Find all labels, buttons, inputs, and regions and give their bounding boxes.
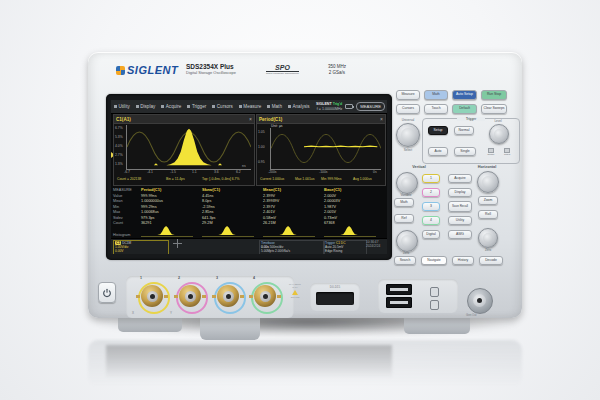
trend-xtick: 0s — [373, 170, 377, 174]
trigd-led: Trig'd — [500, 148, 514, 156]
input-warning: MAX INPUT CAT I 300Vrms — [284, 283, 306, 298]
channel2-button[interactable]: 2 — [422, 188, 440, 197]
histogram-window-titlebar[interactable]: C1(A1) × — [114, 115, 254, 124]
zoom-button[interactable]: Zoom — [478, 196, 498, 205]
siglent-logo-icon — [116, 66, 125, 75]
menu-analysis[interactable]: Analysis — [285, 100, 313, 113]
usb-port-1 — [386, 284, 412, 295]
trend-close-icon[interactable]: × — [380, 117, 383, 122]
channel4-button[interactable]: 4 — [422, 216, 440, 225]
hist-ytick: 2.7% — [115, 153, 123, 157]
timebase-box[interactable]: Timebase 0.00s 500ns/div 5.00Mpts 2.00GS… — [259, 240, 325, 254]
vertical-zero-label: Zero — [388, 251, 424, 255]
awg-button[interactable]: AWG — [448, 230, 472, 239]
clear-sweeps-button[interactable]: Clear Sweeps — [481, 104, 507, 114]
menu-cursors[interactable]: Cursors — [209, 100, 236, 113]
run-stop-button[interactable]: Run Stop — [481, 90, 507, 100]
horizontal-zero-label: Zero — [470, 248, 506, 252]
channel2-bnc — [176, 282, 204, 310]
menu-trigger[interactable]: Trigger — [184, 100, 209, 113]
warning-triangle-icon — [292, 290, 298, 295]
menu-utility[interactable]: Utility — [111, 100, 133, 113]
history-button[interactable]: History — [452, 256, 474, 265]
cursors-button[interactable]: Cursors — [396, 104, 420, 114]
touch-button[interactable]: Touch — [424, 104, 448, 114]
trigger-setup-button[interactable]: Setup — [428, 126, 448, 135]
menu-math[interactable]: Math — [264, 100, 285, 113]
trend-window[interactable]: Period(C1) × Unit: μs 1.05 1.00 0.95 -20… — [256, 114, 386, 186]
vertical-scale-knob[interactable] — [396, 230, 418, 252]
usb-port-2 — [386, 297, 412, 308]
trigger-box[interactable]: Trigger C1 DC Auto 20.5mV Edge Rising — [323, 240, 367, 254]
auto-setup-button[interactable]: Auto Setup — [452, 90, 477, 100]
status-logo: SIGLENT — [316, 102, 332, 106]
product-photo: SIGLENT SDS2354X Plus Digital Storage Os… — [0, 0, 600, 400]
histogram-plot — [126, 125, 251, 170]
ref-button[interactable]: Ref — [394, 214, 414, 223]
hist-ytick: 5.3% — [115, 135, 123, 139]
trend-window-title: Period(C1) — [259, 117, 282, 122]
ch1-number: 1 — [140, 276, 142, 280]
freq-counter: f = 1.00000MHz — [316, 107, 342, 111]
vertical-section-label: Vertical — [392, 165, 446, 169]
trend-current: Current 1.000us — [260, 177, 284, 181]
trend-min: Min 999.96ns — [321, 177, 341, 181]
acquire-button[interactable]: Acquire — [448, 174, 472, 183]
horizontal-position-knob[interactable] — [477, 171, 499, 193]
horizontal-scale-knob[interactable] — [478, 228, 498, 248]
utility-button[interactable]: Utility — [448, 216, 472, 225]
trend-window-titlebar[interactable]: Period(C1) × — [257, 115, 385, 124]
ch2-number: 2 — [178, 276, 180, 280]
roll-button[interactable]: Roll — [478, 210, 498, 219]
histogram-window[interactable]: C1(A1) × 6.7% 5.3% 4.0% 2.7% 1.3% -6.7 — [113, 114, 255, 186]
power-button[interactable] — [98, 282, 116, 303]
measure-button[interactable]: Measure — [396, 90, 420, 100]
measure-pill-button[interactable]: MEASURE — [356, 102, 385, 111]
model-number: SDS2354X Plus — [186, 63, 236, 70]
left-foot — [118, 316, 182, 332]
digital-button[interactable]: Digital — [422, 230, 440, 239]
model-block: SDS2354X Plus Digital Storage Oscillosco… — [186, 63, 236, 75]
channel1-button[interactable]: 1 — [422, 174, 440, 183]
trigger-single-button[interactable]: Single — [454, 147, 476, 156]
table-row: Value 999.99ns 4.45ns 2.399V 2.000V — [113, 193, 385, 199]
display: Utility Display Acquire Trigger Cursors … — [111, 100, 387, 254]
probe-comp-terminal-signal — [430, 287, 439, 297]
hist-ytick: 4.0% — [115, 144, 123, 148]
brand-logo: SIGLENT — [116, 64, 178, 76]
trigger-section-label: Trigger — [457, 117, 485, 121]
math-button-top[interactable]: Math — [424, 90, 448, 100]
trend-trace — [271, 128, 381, 169]
menu-measure[interactable]: Measure — [236, 100, 264, 113]
power-icon — [102, 288, 112, 298]
channel1-descriptor[interactable]: C1 DC1M 1.00V/div 0.00V — [113, 240, 169, 254]
decode-button[interactable]: Decode — [479, 256, 503, 265]
display-button[interactable]: Display — [448, 188, 472, 197]
hist-xtick: -1.5 — [170, 170, 176, 174]
menu-display[interactable]: Display — [133, 100, 159, 113]
channel3-button[interactable]: 3 — [422, 202, 440, 211]
hist-xtick: 3.6 — [214, 170, 219, 174]
x-label: X — [132, 311, 134, 315]
search-button[interactable]: Search — [394, 256, 416, 265]
trigger-auto-button[interactable]: Auto — [428, 147, 448, 156]
histogram-trace — [127, 125, 251, 169]
save-recall-button[interactable]: Save Recall — [448, 201, 472, 212]
trigger-normal-button[interactable]: Normal — [454, 126, 474, 135]
channel1-bnc — [138, 282, 166, 310]
hist-xunit: ns — [242, 164, 246, 168]
menu-acquire[interactable]: Acquire — [158, 100, 184, 113]
hist-ytick: 6.7% — [115, 126, 123, 130]
default-button[interactable]: Default — [452, 104, 477, 114]
trigger-level-knob[interactable] — [489, 124, 509, 144]
ch4-number: 4 — [253, 276, 255, 280]
trend-xtick: -100s — [319, 170, 327, 174]
universal-knob[interactable] — [396, 123, 420, 147]
navigate-button[interactable]: Navigate — [421, 256, 447, 265]
math-button[interactable]: Math — [394, 198, 414, 207]
hist-ytick: 1.3% — [115, 162, 123, 166]
measure-table: MEASURE Period(C1) Skew(C1) Mean(C1) Bas… — [113, 186, 385, 226]
vertical-position-knob[interactable] — [396, 172, 418, 194]
histogram-close-icon[interactable]: × — [249, 117, 252, 122]
lcd-screen[interactable]: Utility Display Acquire Trigger Cursors … — [106, 94, 392, 260]
